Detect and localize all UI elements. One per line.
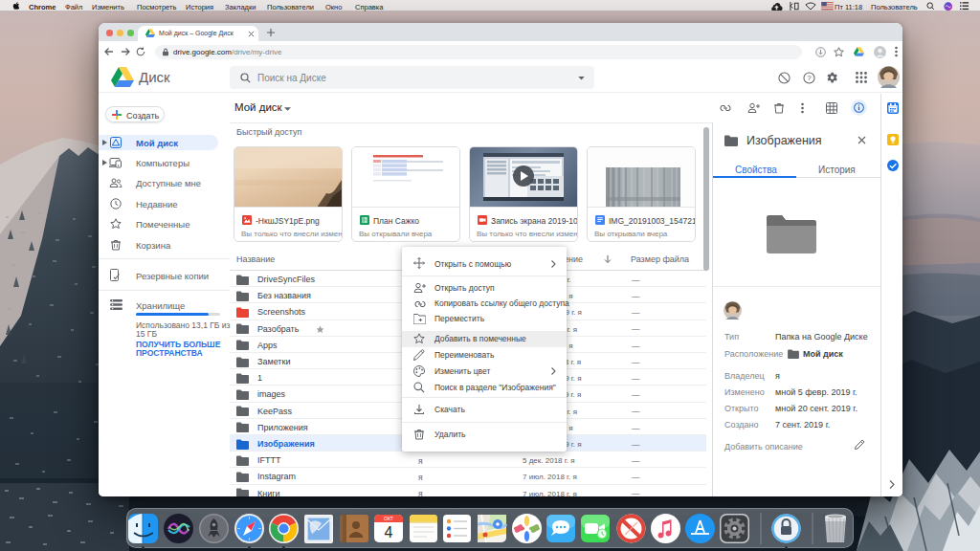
svg-text:4: 4	[385, 524, 393, 540]
svg-text:ОКТ: ОКТ	[384, 516, 393, 521]
